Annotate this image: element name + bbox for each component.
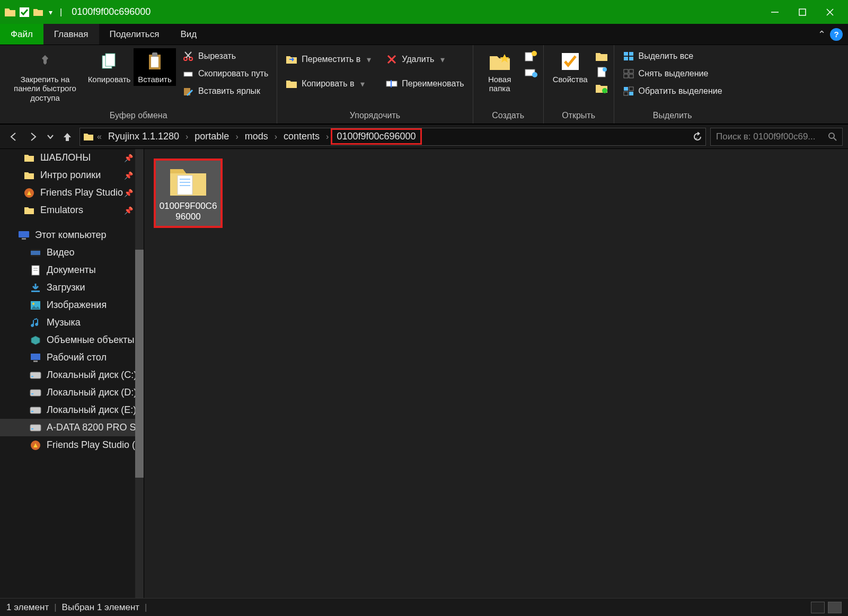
qat-dropdown-icon[interactable]: ▾: [47, 8, 55, 16]
disk-icon: [30, 422, 41, 434]
sidebar-quick-item[interactable]: Интро ролики📌: [0, 166, 144, 184]
folder-icon: [23, 170, 35, 181]
music-icon: [30, 317, 41, 329]
open-button[interactable]: [595, 50, 608, 62]
sidebar-pc-item[interactable]: Локальный диск (D:): [0, 384, 144, 401]
chevron-icon[interactable]: ›: [325, 132, 330, 142]
svg-rect-2: [799, 9, 806, 15]
properties-button[interactable]: Свойства: [549, 48, 591, 86]
chevron-down-icon: ▾: [360, 79, 365, 89]
sidebar-pc-item[interactable]: Friends Play Studio (G: [0, 436, 144, 454]
breadcrumb-item[interactable]: Ryujinx 1.1.1280: [105, 130, 182, 143]
icons-view-button[interactable]: [828, 602, 842, 613]
history-dropdown[interactable]: [46, 129, 55, 145]
search-input[interactable]: Поиск в: 0100f9f00c69...: [710, 128, 843, 146]
new-folder-button[interactable]: Новая папка: [479, 48, 521, 95]
svg-rect-67: [180, 182, 190, 183]
sidebar-pc-item[interactable]: Музыка: [0, 314, 144, 331]
search-icon: [828, 133, 837, 141]
up-button[interactable]: [59, 129, 75, 145]
edit-button[interactable]: [595, 66, 608, 78]
checkbox-icon[interactable]: [19, 7, 30, 17]
copy-path-button[interactable]: Скопировать путь: [179, 66, 271, 82]
sidebar-scrollbar[interactable]: [135, 149, 144, 598]
sidebar-quick-item[interactable]: Friends Play Studio📌: [0, 184, 144, 201]
sidebar-pc-item[interactable]: Локальный диск (C:): [0, 366, 144, 384]
doc-icon: [30, 265, 41, 276]
breadcrumb-item[interactable]: contents: [280, 130, 323, 143]
chevron-icon[interactable]: ›: [184, 132, 189, 142]
tree-this-pc[interactable]: Этот компьютер: [0, 226, 144, 244]
svg-rect-38: [624, 92, 628, 95]
sidebar-pc-item[interactable]: A-DATA 8200 PRO SS: [0, 419, 144, 436]
sidebar-pc-item[interactable]: Изображения: [0, 296, 144, 314]
copy-button[interactable]: Копировать: [88, 48, 130, 86]
new-item-button[interactable]: [524, 50, 538, 62]
select-none-button[interactable]: Снять выделение: [620, 66, 726, 82]
sidebar: ШАБЛОНЫ📌Интро ролики📌Friends Play Studio…: [0, 149, 144, 598]
menu-home[interactable]: Главная: [43, 24, 99, 45]
sidebar-pc-item[interactable]: Документы: [0, 261, 144, 279]
move-to-button[interactable]: Переместить в ▾: [282, 51, 374, 67]
easy-access-button[interactable]: [524, 66, 538, 78]
breadcrumb-current[interactable]: 0100f9f00c696000: [331, 128, 421, 145]
folder-item[interactable]: 0100F9F00C696000: [154, 159, 223, 228]
content-area[interactable]: 0100F9F00C696000: [144, 149, 848, 598]
pin-quick-access-button[interactable]: Закрепить на панели быстрого доступа: [5, 48, 85, 104]
history-button[interactable]: [595, 82, 608, 94]
invert-selection-button[interactable]: Обратить выделение: [620, 83, 726, 99]
sidebar-pc-item[interactable]: Рабочий стол: [0, 349, 144, 366]
breadcrumb-item[interactable]: portable: [191, 130, 232, 143]
paste-shortcut-button[interactable]: Вставить ярлык: [179, 83, 271, 99]
help-button[interactable]: ?: [830, 28, 843, 41]
pin-icon: [38, 54, 52, 69]
chevron-icon[interactable]: ›: [234, 132, 239, 142]
disk-icon: [30, 369, 41, 381]
check-icon: [561, 52, 580, 71]
select-all-button[interactable]: Выделить все: [620, 48, 726, 64]
paste-button[interactable]: Вставить: [134, 48, 176, 86]
computer-icon: [18, 230, 30, 241]
svg-rect-44: [22, 238, 26, 240]
details-view-button[interactable]: [811, 602, 825, 613]
breadcrumb-item[interactable]: mods: [242, 130, 271, 143]
3d-icon: [30, 335, 41, 346]
delete-button[interactable]: Удалить ▾: [383, 51, 467, 67]
status-selection: Выбран 1 элемент: [62, 602, 139, 613]
rename-button[interactable]: Переименовать: [383, 76, 467, 92]
cut-button[interactable]: Вырезать: [179, 48, 271, 64]
address-bar[interactable]: « Ryujinx 1.1.1280› portable› mods› cont…: [80, 128, 706, 146]
ribbon-group-organize: Переместить в ▾ Копировать в ▾ Удалить ▾: [277, 45, 473, 124]
ribbon-collapse-icon[interactable]: ⌃: [818, 29, 826, 40]
scrollbar-thumb[interactable]: [135, 250, 144, 478]
svg-rect-61: [31, 411, 33, 412]
menu-view[interactable]: Вид: [170, 24, 207, 45]
menu-share[interactable]: Поделиться: [99, 24, 170, 45]
back-button[interactable]: [5, 129, 21, 145]
select-none-icon: [623, 68, 634, 80]
navbar: « Ryujinx 1.1.1280› portable› mods› cont…: [0, 125, 848, 149]
svg-rect-34: [624, 74, 628, 78]
scissors-icon: [182, 50, 194, 62]
copy-to-button[interactable]: Копировать в ▾: [282, 76, 374, 92]
svg-point-23: [532, 72, 537, 77]
sidebar-pc-item[interactable]: Загрузки: [0, 279, 144, 296]
chevron-icon[interactable]: ›: [273, 132, 278, 142]
chevron-icon[interactable]: «: [96, 132, 103, 142]
sidebar-pc-item[interactable]: Объемные объекты: [0, 331, 144, 349]
menu-file[interactable]: Файл: [0, 24, 43, 45]
svg-rect-30: [624, 57, 628, 60]
svg-rect-6: [105, 54, 115, 66]
folder-small-icon[interactable]: [33, 7, 43, 17]
maximize-button[interactable]: [789, 0, 816, 24]
forward-button[interactable]: [25, 129, 41, 145]
sidebar-quick-item[interactable]: ШАБЛОНЫ📌: [0, 149, 144, 166]
minimize-button[interactable]: [761, 0, 789, 24]
svg-rect-20: [525, 52, 533, 61]
refresh-button[interactable]: [693, 132, 702, 142]
close-button[interactable]: [816, 0, 844, 24]
sidebar-pc-item[interactable]: Локальный диск (E:): [0, 401, 144, 419]
rename-icon: [386, 78, 398, 90]
sidebar-pc-item[interactable]: Видео: [0, 244, 144, 261]
sidebar-quick-item[interactable]: Emulators📌: [0, 201, 144, 219]
